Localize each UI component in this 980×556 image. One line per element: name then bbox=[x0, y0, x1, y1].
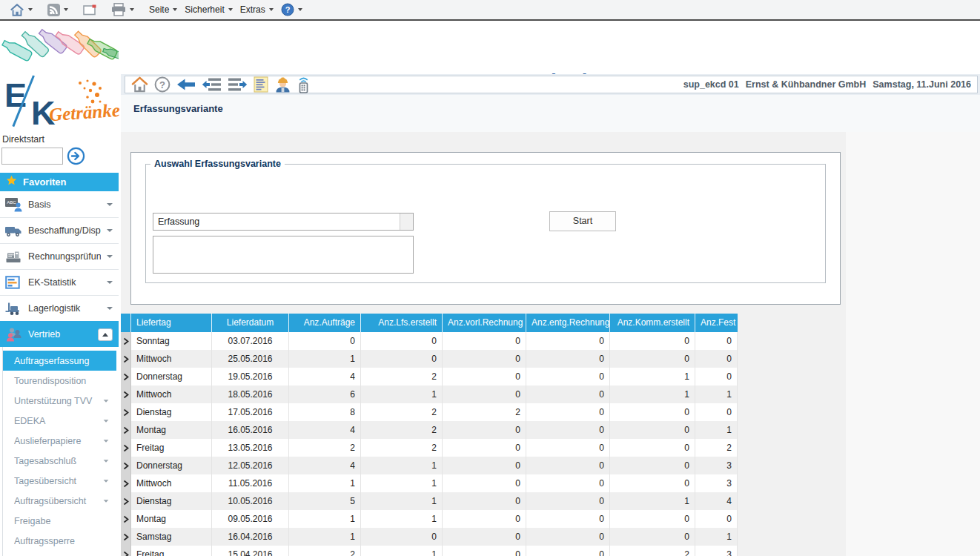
ie-home-button[interactable] bbox=[6, 1, 36, 19]
sidebar-item-basis[interactable]: ABCBasis bbox=[0, 191, 119, 217]
row-expand-button[interactable] bbox=[121, 528, 131, 546]
table-row[interactable]: Dienstag17.05.2016822000 bbox=[121, 403, 738, 421]
submenu-item-freigabe[interactable]: Freigabe bbox=[3, 511, 116, 531]
row-expand-button[interactable] bbox=[121, 350, 131, 368]
cell-liefertag: Freitag bbox=[131, 546, 212, 556]
ie-mail-button[interactable] bbox=[79, 3, 100, 17]
back-toolbar-button[interactable] bbox=[176, 77, 196, 92]
table-row[interactable]: Donnerstag19.05.2016420010 bbox=[121, 368, 738, 385]
row-expand-button[interactable] bbox=[121, 403, 131, 421]
table-row[interactable]: Dienstag10.05.2016510014 bbox=[121, 492, 738, 510]
table-row[interactable]: Montag16.05.2016420001 bbox=[121, 421, 738, 439]
column-header-liefertag[interactable]: Liefertag bbox=[131, 314, 212, 332]
column-header-anz-entg-rechnung[interactable]: Anz.entg.Rechnung bbox=[526, 314, 610, 332]
outdent-icon bbox=[202, 77, 222, 92]
column-header-lieferdatum[interactable]: Lieferdatum bbox=[212, 314, 289, 332]
row-expand-button[interactable] bbox=[121, 474, 131, 492]
dropdown-caret-icon bbox=[64, 8, 68, 11]
help-icon: ? bbox=[154, 76, 170, 93]
truck-icon bbox=[4, 224, 22, 238]
cell-anz-lfs-erstellt: 2 bbox=[361, 403, 443, 421]
cell-anz-lfs-erstellt: 0 bbox=[361, 528, 443, 546]
table-row[interactable]: Sonntag03.07.2016000000 bbox=[121, 332, 738, 350]
row-expand-button[interactable] bbox=[121, 332, 131, 350]
chevron-down-icon bbox=[107, 307, 113, 310]
notes-toolbar-button[interactable] bbox=[254, 76, 268, 93]
row-expand-button[interactable] bbox=[121, 385, 131, 403]
column-header-anz-vorl-rechnung[interactable]: Anz.vorl.Rechnung bbox=[443, 314, 526, 332]
home-toolbar-button[interactable] bbox=[131, 76, 148, 93]
submenu-item-tages-bersicht[interactable]: Tagesübersicht bbox=[3, 471, 116, 491]
submenu-item-auslieferpapiere[interactable]: Auslieferpapiere bbox=[3, 431, 116, 451]
indent-toolbar-button[interactable] bbox=[228, 77, 248, 92]
submenu-item-label: EDEKA bbox=[14, 416, 103, 426]
back-icon bbox=[176, 77, 196, 92]
erfassungsvariante-combobox[interactable] bbox=[153, 213, 414, 231]
table-row[interactable]: Samstag16.04.2016100001 bbox=[121, 528, 738, 546]
submenu-item-auftragserfassung[interactable]: Auftragserfassung bbox=[3, 351, 116, 371]
combobox-dropdown-button[interactable] bbox=[400, 214, 413, 230]
submenu-item-tourendisposition[interactable]: Tourendisposition bbox=[3, 371, 116, 391]
column-header-anz-auftr-ge[interactable]: Anz.Aufträge bbox=[289, 314, 361, 332]
row-expand-button[interactable] bbox=[121, 421, 131, 439]
row-expand-button[interactable] bbox=[121, 439, 131, 457]
direktstart-go-button[interactable] bbox=[67, 147, 85, 165]
start-button[interactable]: Start bbox=[549, 211, 616, 231]
row-expand-button[interactable] bbox=[121, 546, 131, 556]
table-row[interactable]: Freitag15.04.2016210023 bbox=[121, 546, 738, 556]
row-expand-button[interactable] bbox=[121, 457, 131, 474]
direktstart-input[interactable] bbox=[1, 148, 63, 165]
cell-anz-vorl-rechnung: 0 bbox=[443, 457, 526, 474]
worker-toolbar-button[interactable] bbox=[274, 76, 291, 93]
vertrieb-submenu: AuftragserfassungTourendispositionUnters… bbox=[2, 347, 116, 556]
ie-rss-button[interactable] bbox=[44, 2, 72, 18]
cell-anz-vorl-rechnung: 0 bbox=[443, 385, 526, 403]
sidebar-item-ek-statistik[interactable]: EK-Statistik bbox=[0, 269, 119, 295]
help-toolbar-button[interactable]: ? bbox=[154, 76, 170, 93]
submenu-item-auftragssperre[interactable]: Auftragssperre bbox=[3, 531, 116, 551]
sidebar-item-vertrieb[interactable]: Vertrieb bbox=[0, 321, 119, 347]
submenu-item-edeka[interactable]: EDEKA bbox=[3, 411, 116, 431]
browser-help-button[interactable]: ? bbox=[277, 1, 306, 18]
row-expand-button[interactable] bbox=[121, 510, 131, 528]
column-header-anz-lfs-erstellt[interactable]: Anz.Lfs.erstellt bbox=[361, 314, 443, 332]
outdent-toolbar-button[interactable] bbox=[202, 77, 222, 92]
table-row[interactable]: Mittwoch11.05.2016110003 bbox=[121, 474, 738, 492]
row-expand-button[interactable] bbox=[121, 492, 131, 510]
page-title-band: Erfassungsvariante bbox=[121, 95, 980, 132]
collapse-button[interactable] bbox=[98, 328, 113, 341]
sidebar-item-beschaffung-dispo[interactable]: Beschaffung/Dispo. bbox=[0, 217, 119, 243]
submenu-item-auftrags-bersicht[interactable]: Auftragsübersicht bbox=[3, 491, 116, 511]
favorites-header[interactable]: Favoriten bbox=[0, 173, 119, 191]
table-row[interactable]: Freitag13.05.2016220002 bbox=[121, 439, 738, 457]
svg-text:?: ? bbox=[159, 79, 165, 90]
cell-anz-auftr-ge: 4 bbox=[289, 457, 361, 474]
dropdown-caret-icon bbox=[228, 8, 233, 11]
mobile-toolbar-button[interactable] bbox=[297, 76, 310, 93]
submenu-item-unterst-tzung-tvv[interactable]: Unterstützung TVV bbox=[3, 391, 116, 411]
people-icon bbox=[4, 327, 22, 342]
page-title: Erfassungsvariante bbox=[133, 103, 223, 114]
table-row[interactable]: Mittwoch25.05.2016100000 bbox=[121, 350, 738, 368]
column-header-anz-fest[interactable]: Anz.Fest bbox=[695, 314, 738, 332]
cell-anz-lfs-erstellt: 2 bbox=[361, 421, 443, 439]
table-row[interactable]: Mittwoch18.05.2016610011 bbox=[121, 385, 738, 403]
column-header-anz-komm-erstellt[interactable]: Anz.Komm.erstellt bbox=[610, 314, 695, 332]
sidebar-item-lagerlogistik[interactable]: Lagerlogistik bbox=[0, 295, 119, 321]
ie-printer-button[interactable] bbox=[107, 1, 138, 18]
table-row[interactable]: Donnerstag12.05.2016410003 bbox=[121, 457, 738, 474]
submenu-item-tagesabschlu[interactable]: Tagesabschluß bbox=[3, 451, 116, 471]
cell-anz-vorl-rechnung: 2 bbox=[443, 403, 526, 421]
row-expand-button[interactable] bbox=[121, 368, 131, 385]
browser-menu-seite[interactable]: Seite bbox=[145, 3, 181, 16]
browser-menu-sicherheit[interactable]: Sicherheit bbox=[181, 3, 236, 16]
erfassungsvariante-input[interactable] bbox=[153, 214, 400, 230]
browser-menu-extras[interactable]: Extras bbox=[236, 3, 277, 16]
submenu-item-partial[interactable] bbox=[3, 551, 116, 556]
direktstart-label: Direktstart bbox=[2, 134, 44, 145]
variant-listbox[interactable] bbox=[153, 236, 414, 274]
table-row[interactable]: Montag09.05.2016110000 bbox=[121, 510, 738, 528]
cell-anz-lfs-erstellt: 1 bbox=[361, 492, 443, 510]
sidebar-item-rechnungspr-fung[interactable]: Rechnungsprüfung bbox=[0, 243, 119, 269]
worker-icon bbox=[274, 76, 291, 93]
